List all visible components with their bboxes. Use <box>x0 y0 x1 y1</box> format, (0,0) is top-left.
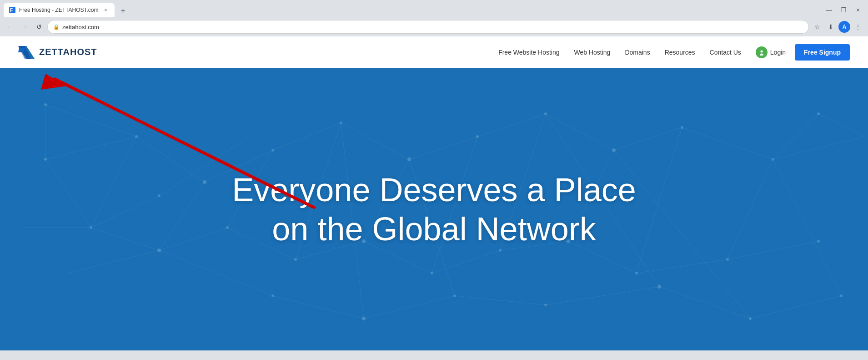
tab-favicon: F <box>9 7 15 13</box>
login-button[interactable]: Login <box>750 43 791 62</box>
logo-text: ZETTAHOST <box>39 47 97 57</box>
bookmark-button[interactable]: ☆ <box>811 20 823 33</box>
svg-point-63 <box>203 180 206 184</box>
svg-point-72 <box>90 226 92 229</box>
svg-point-85 <box>453 294 456 297</box>
logo-icon <box>18 46 35 59</box>
svg-point-91 <box>44 103 47 106</box>
svg-point-68 <box>544 112 547 115</box>
website-content: ZETTAHOST Free Website Hosting Web Hosti… <box>0 36 868 350</box>
nav-web-hosting[interactable]: Web Hosting <box>569 45 616 60</box>
maximize-button[interactable]: ❐ <box>837 4 850 16</box>
nav-free-hosting[interactable]: Free Website Hosting <box>493 45 565 60</box>
tab-title: Free Hosting - ZETTAHOST.com <box>19 7 98 13</box>
toolbar-actions: ☆ ⬇ A ⋮ <box>811 20 864 33</box>
svg-point-75 <box>294 258 297 261</box>
svg-point-73 <box>157 248 161 252</box>
back-button[interactable]: ← <box>4 20 16 33</box>
hero-content: Everyone Deserves a Place on the Global … <box>214 170 654 249</box>
browser-chrome: F Free Hosting - ZETTAHOST.com × + — ❐ ×… <box>0 0 868 36</box>
download-button[interactable]: ⬇ <box>824 20 837 33</box>
svg-point-90 <box>817 112 820 115</box>
svg-point-87 <box>657 285 661 289</box>
svg-point-77 <box>431 272 433 274</box>
svg-point-6 <box>760 50 763 52</box>
hero-title: Everyone Deserves a Place on the Global … <box>232 170 636 249</box>
svg-point-89 <box>840 294 843 297</box>
lock-icon: 🔒 <box>53 24 60 30</box>
svg-point-88 <box>749 317 752 320</box>
svg-point-64 <box>271 149 274 152</box>
hero-section: Everyone Deserves a Place on the Global … <box>0 68 868 350</box>
active-tab[interactable]: F Free Hosting - ZETTAHOST.com × <box>4 3 115 17</box>
minimize-button[interactable]: — <box>823 4 835 16</box>
svg-point-92 <box>158 194 161 197</box>
svg-point-70 <box>681 126 683 129</box>
reload-button[interactable]: ↺ <box>33 20 45 33</box>
hero-title-line1: Everyone Deserves a Place <box>232 172 636 208</box>
svg-point-69 <box>612 148 616 152</box>
nav-domains[interactable]: Domains <box>619 45 655 60</box>
forward-button[interactable]: → <box>18 20 31 33</box>
login-avatar-icon <box>756 46 768 58</box>
nav-contact[interactable]: Contact Us <box>704 45 747 60</box>
svg-point-83 <box>271 294 274 297</box>
svg-point-66 <box>407 157 411 161</box>
svg-point-65 <box>340 122 342 124</box>
svg-point-80 <box>635 272 638 274</box>
svg-point-62 <box>135 135 138 138</box>
svg-point-67 <box>476 135 479 138</box>
nav-links: Free Website Hosting Web Hosting Domains… <box>493 43 850 62</box>
svg-point-86 <box>544 304 547 306</box>
address-bar[interactable]: 🔒 zettahost.com <box>47 20 809 34</box>
window-controls: — ❐ × <box>823 4 864 16</box>
tab-strip: F Free Hosting - ZETTAHOST.com × + <box>4 3 823 17</box>
signup-button[interactable]: Free Signup <box>795 44 850 61</box>
nav-resources[interactable]: Resources <box>659 45 701 60</box>
svg-point-61 <box>44 158 47 161</box>
new-tab-button[interactable]: + <box>116 5 129 17</box>
browser-toolbar: ← → ↺ 🔒 zettahost.com ☆ ⬇ A ⋮ <box>0 17 868 36</box>
tab-close-button[interactable]: × <box>102 6 109 14</box>
browser-title-bar: F Free Hosting - ZETTAHOST.com × + — ❐ × <box>0 0 868 17</box>
svg-point-84 <box>362 317 366 320</box>
svg-text:F: F <box>10 8 13 13</box>
svg-point-71 <box>772 158 774 161</box>
address-text: zettahost.com <box>62 24 803 30</box>
svg-point-82 <box>817 240 820 243</box>
profile-button[interactable]: A <box>838 20 851 33</box>
login-label: Login <box>770 49 786 56</box>
close-window-button[interactable]: × <box>852 4 864 16</box>
hero-title-line2: on the Global Network <box>272 211 596 247</box>
svg-point-78 <box>499 249 502 252</box>
svg-point-81 <box>726 258 729 261</box>
menu-button[interactable]: ⋮ <box>852 20 864 33</box>
site-logo[interactable]: ZETTAHOST <box>18 46 97 59</box>
site-navigation: ZETTAHOST Free Website Hosting Web Hosti… <box>0 36 868 68</box>
profile-avatar: A <box>838 21 850 33</box>
